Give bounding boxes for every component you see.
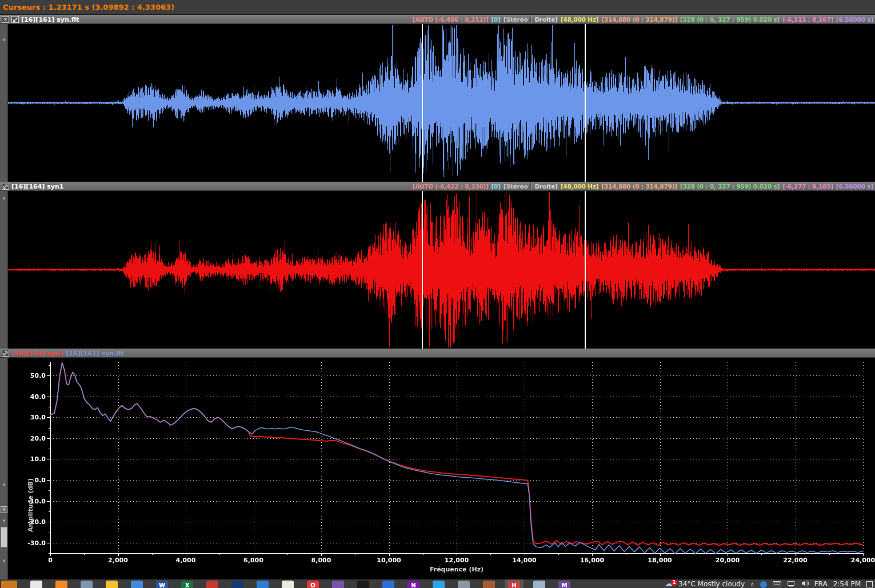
- selection-cursor-start[interactable]: [422, 24, 423, 182]
- flame-app-icon[interactable]: [55, 581, 67, 588]
- system-tray[interactable]: ☁ 1 34°C Mostly cloudy ∧ FRA 2:54 PM: [665, 580, 873, 588]
- photos-app-icon[interactable]: [231, 581, 243, 588]
- status-segment: [48,000 Hz]: [561, 16, 598, 23]
- spectrum-canvas[interactable]: [8, 358, 875, 579]
- close-icon[interactable]: ✕: [2, 16, 9, 23]
- waveform-view-syn-flt[interactable]: ∧: [0, 24, 875, 182]
- weather-widget[interactable]: ☁ 1: [665, 580, 673, 588]
- calculator-app-icon[interactable]: [81, 581, 93, 588]
- notepad-app-icon[interactable]: [282, 581, 294, 588]
- resize-diagonal-icon[interactable]: [2, 183, 9, 190]
- x-tick-label: 14,000: [508, 557, 542, 564]
- x-axis-title: Fréquence (Hz): [50, 566, 863, 573]
- y-tick-label: 20.0: [8, 435, 46, 442]
- x-tick-label: 24,000: [846, 557, 875, 564]
- selection-cursor-start[interactable]: [422, 191, 423, 349]
- messenger-app-icon[interactable]: [433, 581, 445, 588]
- panel-spectrum-titlebar: [16][164] syn1 [16][161] syn.flt: [0, 349, 875, 358]
- touch-keyboard-icon[interactable]: [773, 580, 781, 588]
- x-tick-label: 8,000: [304, 557, 338, 564]
- panel-status-readouts: [AUTO (-6,422 : 8,330)][0][StéréoDroite]…: [413, 182, 873, 190]
- panel-scroll-strip[interactable]: ∨ ✕ ∧ ∨: [0, 358, 8, 579]
- panel-title: [16][164] syn1: [11, 183, 63, 190]
- y-tick-label: 30.0: [8, 414, 46, 421]
- x-tick-label: 4,000: [169, 557, 203, 564]
- selection-cursor-end[interactable]: [585, 191, 586, 349]
- scroll-up-icon[interactable]: ∧: [0, 38, 8, 42]
- weather-text[interactable]: 34°C Mostly cloudy: [678, 580, 745, 588]
- x-tick-label: 6,000: [237, 557, 271, 564]
- home-app-icon[interactable]: [206, 581, 218, 588]
- status-segment: [AUTO (-6,456 : 8,312)]: [413, 16, 489, 23]
- status-segment: Droite]: [534, 16, 557, 23]
- waveform-view-syn1[interactable]: ∧: [0, 191, 875, 349]
- mail-app-icon[interactable]: [131, 581, 143, 588]
- panel-syn-flt-titlebar: ✕ [16][161] syn.flt [AUTO (-6,456 : 8,31…: [0, 15, 875, 24]
- status-divider: [530, 15, 532, 23]
- status-segment: [6.56000 s]: [836, 16, 873, 23]
- status-segment: [48,000 Hz]: [561, 183, 598, 190]
- terminal-app-icon[interactable]: [357, 581, 369, 588]
- grid-app-icon[interactable]: [30, 581, 42, 588]
- resize-diagonal-icon[interactable]: [2, 350, 9, 357]
- status-segment: [328 (0 : 0, 327 : 959) 0.020 s]: [680, 16, 780, 23]
- y-axis-title: Amplitude (dB): [27, 478, 34, 532]
- gear-app-icon[interactable]: [458, 581, 470, 588]
- mail2-app-icon[interactable]: [382, 581, 394, 588]
- network-display-icon[interactable]: [787, 580, 795, 588]
- status-segment: [0]: [492, 16, 501, 23]
- x-tick-label: 20,000: [710, 557, 745, 564]
- resize-diagonal-icon[interactable]: [11, 16, 19, 23]
- onenote-app-icon[interactable]: N: [407, 581, 419, 588]
- notification-badge: 1: [671, 579, 677, 586]
- waveform-canvas-syn1[interactable]: [8, 191, 875, 349]
- close-split-icon[interactable]: ✕: [1, 506, 7, 513]
- purple-app-icon[interactable]: [332, 581, 344, 588]
- selection-cursor-end[interactable]: [585, 24, 586, 182]
- audio-app-icon[interactable]: H: [508, 581, 520, 588]
- status-segment: [Stéréo: [504, 16, 528, 23]
- status-segment: Droite]: [534, 183, 557, 190]
- status-divider: [530, 182, 532, 190]
- windows-taskbar[interactable]: WXONHM ☁ 1 34°C Mostly cloudy ∧ FRA 2:54…: [0, 579, 875, 588]
- clock[interactable]: 2:54 PM: [833, 580, 861, 588]
- language-indicator[interactable]: FRA: [814, 580, 828, 588]
- m-app-icon[interactable]: M: [558, 581, 570, 588]
- opera-app-icon[interactable]: O: [307, 581, 319, 588]
- status-segment: [6.56000 s]: [836, 183, 873, 190]
- files-app-icon[interactable]: [106, 581, 118, 588]
- scroll-up-icon[interactable]: ∧: [0, 197, 8, 201]
- x-tick-label: 0: [33, 557, 67, 564]
- status-segment: [314,880 (0 : 314,879)]: [601, 16, 677, 23]
- skype-app-icon[interactable]: [257, 581, 269, 588]
- panel-syn1-titlebar: [16][164] syn1 [AUTO (-6,422 : 8,330)][0…: [0, 182, 875, 191]
- scroll-down-icon[interactable]: ∨: [0, 482, 8, 487]
- tray-app-icon[interactable]: [760, 581, 767, 588]
- x-tick-label: 16,000: [575, 557, 609, 564]
- tray-expand-icon[interactable]: ∧: [750, 580, 754, 588]
- waveform-canvas-syn-flt[interactable]: [8, 24, 875, 182]
- status-segment: [-6,311 : 8,167]: [782, 16, 833, 23]
- status-segment: [328 (0 : 0, 327 : 959) 0.020 s]: [680, 183, 780, 190]
- panel-spectrum: [16][164] syn1 [16][161] syn.flt ∨ ✕ ∧ ∨…: [0, 349, 875, 579]
- spectrum-view[interactable]: ∨ ✕ ∧ ∨ 50.040.030.020.010.00.0-10.0-20.…: [0, 358, 875, 579]
- printer-app-icon[interactable]: [483, 581, 495, 588]
- status-segment: [-6,277 : 8,185]: [782, 183, 833, 190]
- excel-app-icon[interactable]: X: [181, 581, 193, 588]
- cursor-readout-bar: Curseurs : 1.23171 s (3.09892 : 4.33063): [0, 0, 875, 15]
- action-center-icon[interactable]: [866, 581, 873, 587]
- panel-scroll-strip[interactable]: ∧: [0, 191, 8, 349]
- legend-syn-flt: [16][161] syn.flt: [66, 350, 123, 357]
- word-app-icon[interactable]: W: [156, 581, 168, 588]
- status-segment: [314,880 (0 : 314,879)]: [601, 183, 677, 190]
- panel-status-readouts: [AUTO (-6,456 : 8,312)][0][StéréoDroite]…: [413, 15, 873, 23]
- panel-scroll-strip[interactable]: ∧: [0, 24, 8, 182]
- folder-window-icon[interactable]: [1, 581, 17, 588]
- scrollbar-thumb[interactable]: [1, 527, 7, 547]
- volume-icon[interactable]: [801, 580, 809, 588]
- doc-app-icon[interactable]: [533, 581, 545, 588]
- y-tick-label: -30.0: [8, 539, 46, 547]
- scroll-up-icon[interactable]: ∧: [0, 519, 8, 523]
- scroll-down-icon[interactable]: ∨: [0, 559, 8, 563]
- y-tick-label: 40.0: [8, 393, 46, 401]
